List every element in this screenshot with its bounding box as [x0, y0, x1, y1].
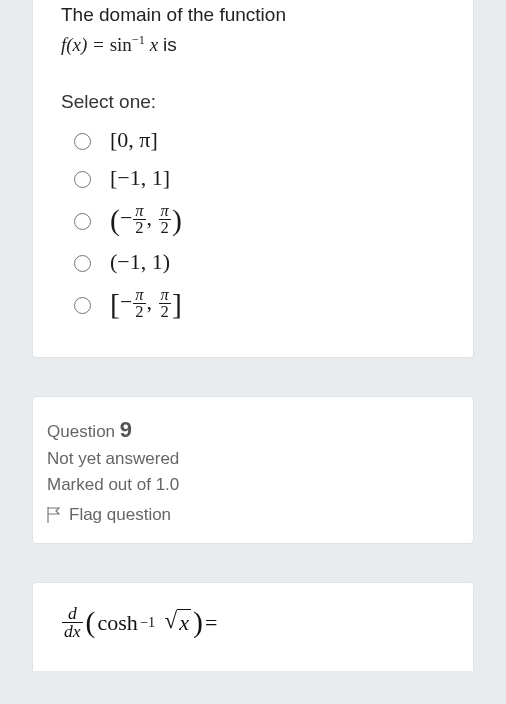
- option-label: (−1, 1): [110, 249, 170, 275]
- func-arg: x: [145, 34, 158, 55]
- question-number-line: Question 9: [47, 417, 459, 443]
- func-name: cosh: [98, 610, 138, 636]
- option-row[interactable]: [−1, 1]: [61, 159, 445, 197]
- flag-icon: [47, 507, 61, 523]
- option-radio[interactable]: [74, 133, 91, 150]
- flag-question-button[interactable]: Flag question: [47, 505, 459, 525]
- question-label: Question: [47, 422, 115, 441]
- option-row[interactable]: [0, π]: [61, 121, 445, 159]
- option-radio[interactable]: [74, 213, 91, 230]
- open-paren: (: [86, 606, 96, 639]
- func-lhs: f(x) =: [61, 34, 110, 55]
- func-name: sin: [110, 34, 132, 55]
- option-label: [−π2, π2]: [110, 287, 182, 321]
- option-row[interactable]: (−1, 1): [61, 243, 445, 281]
- option-radio[interactable]: [74, 171, 91, 188]
- sqrt: √x: [165, 609, 191, 636]
- question-marks: Marked out of 1.0: [47, 475, 459, 495]
- deriv-d: d: [68, 603, 77, 623]
- options-group: [0, π] [−1, 1] (−π2, π2) (−1, 1): [61, 121, 445, 327]
- question-prompt: d dx ( cosh−1 √x ) =: [61, 605, 445, 641]
- prompt-suffix: is: [163, 34, 177, 55]
- question-number: 9: [120, 417, 132, 442]
- option-row[interactable]: (−π2, π2): [61, 197, 445, 243]
- question-status: Not yet answered: [47, 449, 459, 469]
- option-radio[interactable]: [74, 297, 91, 314]
- func-exponent: −1: [140, 614, 155, 631]
- prompt-prefix: The domain of the function: [61, 4, 286, 25]
- option-label: [−1, 1]: [110, 165, 170, 191]
- option-label: [0, π]: [110, 127, 158, 153]
- question-prompt: The domain of the function f(x) = sin−1 …: [61, 0, 445, 61]
- deriv-dx: dx: [64, 621, 81, 641]
- radicand: x: [177, 609, 191, 636]
- option-label: (−π2, π2): [110, 203, 182, 237]
- question-card: d dx ( cosh−1 √x ) =: [32, 582, 474, 671]
- close-paren: ): [193, 606, 203, 639]
- flag-label: Flag question: [69, 505, 171, 525]
- question-card: The domain of the function f(x) = sin−1 …: [32, 0, 474, 358]
- option-radio[interactable]: [74, 255, 91, 272]
- func-exponent: −1: [132, 33, 145, 47]
- question-info-card: Question 9 Not yet answered Marked out o…: [32, 396, 474, 544]
- equals: =: [205, 610, 217, 636]
- option-row[interactable]: [−π2, π2]: [61, 281, 445, 327]
- select-one-label: Select one:: [61, 91, 445, 113]
